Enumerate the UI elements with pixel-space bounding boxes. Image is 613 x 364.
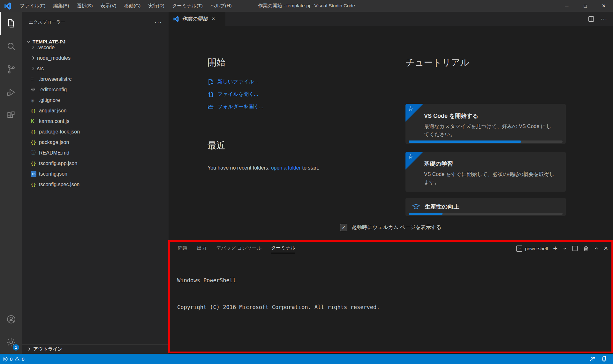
feedback-icon[interactable] bbox=[587, 354, 598, 364]
menu-help[interactable]: ヘルプ(H) bbox=[207, 0, 236, 12]
panel-tab-terminal[interactable]: ターミナル bbox=[271, 245, 295, 253]
tree-item-tsconfig[interactable]: TS tsconfig.json bbox=[22, 169, 169, 179]
tab-close-icon[interactable]: × bbox=[212, 16, 215, 22]
split-editor-icon[interactable] bbox=[588, 16, 594, 22]
close-panel-icon[interactable]: × bbox=[604, 244, 608, 253]
terminal-line: Copyright (C) 2016 Microsoft Corporation… bbox=[177, 303, 602, 312]
terminal-output[interactable]: Windows PowerShell Copyright (C) 2016 Mi… bbox=[177, 258, 602, 364]
menu-selection[interactable]: 選択(S) bbox=[73, 0, 97, 12]
outline-section-header[interactable]: アウトライン bbox=[22, 344, 169, 354]
run-debug-icon[interactable] bbox=[0, 81, 22, 104]
account-icon[interactable] bbox=[0, 308, 22, 331]
tree-item-package-json[interactable]: {} package.json bbox=[22, 137, 169, 148]
window-title: 作業の開始 - template-pj - Visual Studio Code bbox=[258, 0, 355, 12]
split-terminal-icon[interactable] bbox=[572, 246, 578, 251]
tree-item-editorconfig[interactable]: .editorconfig bbox=[22, 84, 169, 95]
open-file-link[interactable]: ファイルを開く... bbox=[208, 88, 342, 101]
tab-label: 作業の開始 bbox=[182, 16, 208, 22]
chevron-right-icon bbox=[27, 347, 33, 352]
notifications-bell-icon[interactable] bbox=[598, 354, 610, 364]
card-title: VS Code を開始する bbox=[424, 112, 556, 120]
tree-item-vscode[interactable]: .vscode bbox=[22, 42, 169, 53]
panel-tab-output[interactable]: 出力 bbox=[197, 245, 207, 253]
minimize-button[interactable]: ─ bbox=[557, 0, 576, 12]
tab-get-started[interactable]: 作業の開始 × bbox=[169, 12, 225, 26]
close-window-button[interactable]: × bbox=[594, 0, 613, 12]
search-icon[interactable] bbox=[0, 35, 22, 58]
menu-file[interactable]: ファイル(F) bbox=[16, 0, 49, 12]
json-braces-icon: {} bbox=[31, 108, 39, 113]
settings-gear-icon[interactable]: 1 bbox=[0, 331, 22, 354]
extensions-icon[interactable] bbox=[0, 104, 22, 127]
terminal-line: Windows PowerShell bbox=[177, 276, 602, 285]
new-terminal-icon[interactable]: + bbox=[553, 244, 557, 253]
typescript-file-icon: TS bbox=[31, 171, 39, 177]
shell-picker[interactable]: > powershell bbox=[516, 246, 548, 252]
walkthrough-card-learn-fundamentals[interactable]: ☆ 基礎の学習 VS Code をすぐに開始して、必須の機能の概要を取得します。 bbox=[405, 152, 566, 192]
settings-badge: 1 bbox=[13, 344, 19, 351]
walkthrough-card-get-started[interactable]: ☆ VS Code を開始する 最適なカスタマイズを見つけて、好みの VS Co… bbox=[405, 104, 566, 144]
tree-item-node-modules[interactable]: node_modules bbox=[22, 53, 169, 63]
tree-item-browserslistrc[interactable]: ≡ .browserslistrc bbox=[22, 74, 169, 84]
menu-edit[interactable]: 編集(E) bbox=[49, 0, 73, 12]
json-braces-icon: {} bbox=[31, 161, 39, 166]
tree-item-angular-json[interactable]: {} angular.json bbox=[22, 105, 169, 116]
menu-view[interactable]: 表示(V) bbox=[97, 0, 120, 12]
json-braces-icon: {} bbox=[31, 182, 39, 187]
tree-item-tsconfig-spec[interactable]: {} tsconfig.spec.json bbox=[22, 179, 169, 190]
open-folder-link[interactable]: フォルダーを開く... bbox=[208, 101, 342, 113]
tree-item-src[interactable]: src bbox=[22, 63, 169, 74]
menu-go[interactable]: 移動(G) bbox=[120, 0, 145, 12]
git-file-icon: ◈ bbox=[31, 97, 39, 103]
kill-terminal-trash-icon[interactable] bbox=[583, 246, 589, 251]
karma-icon: K bbox=[31, 118, 39, 124]
show-welcome-checkbox[interactable]: ✓ bbox=[340, 224, 347, 231]
shell-label: powershell bbox=[525, 246, 548, 251]
panel-tab-debug-console[interactable]: デバッグ コンソール bbox=[216, 245, 261, 253]
chevron-right-icon bbox=[31, 45, 37, 50]
chevron-right-icon bbox=[31, 56, 37, 60]
more-actions-icon[interactable]: ··· bbox=[601, 16, 607, 22]
list-file-icon: ≡ bbox=[31, 76, 39, 82]
vscode-logo-icon bbox=[173, 16, 179, 22]
more-actions-icon[interactable]: ··· bbox=[155, 19, 162, 26]
card-title: 生産性の向上 bbox=[425, 203, 459, 210]
tree-item-tsconfig-app[interactable]: {} tsconfig.app.json bbox=[22, 158, 169, 169]
start-heading: 開始 bbox=[208, 57, 342, 69]
open-file-icon bbox=[208, 91, 214, 97]
walkthrough-card-boost-productivity[interactable]: 生産性の向上 bbox=[405, 198, 566, 216]
maximize-button[interactable]: □ bbox=[576, 0, 594, 12]
graduation-cap-icon bbox=[412, 202, 420, 211]
bottom-panel: 問題 出力 デバッグ コンソール ターミナル > powershell + × … bbox=[168, 240, 613, 353]
tree-item-readme[interactable]: ⓘ README.md bbox=[22, 148, 169, 158]
editor-tab-bar: 作業の開始 × bbox=[169, 12, 613, 26]
tree-item-package-lock[interactable]: {} package-lock.json bbox=[22, 126, 169, 137]
open-folder-icon bbox=[208, 104, 214, 110]
progress-bar bbox=[409, 140, 563, 143]
terminal-dropdown-icon[interactable] bbox=[563, 246, 567, 251]
problems-status[interactable]: 0 0 bbox=[0, 354, 27, 364]
explorer-icon[interactable] bbox=[0, 12, 22, 35]
maximize-panel-icon[interactable] bbox=[594, 246, 599, 251]
card-description: 最適なカスタマイズを見つけて、好みの VS Code にしてください。 bbox=[424, 122, 556, 138]
menu-run[interactable]: 実行(R) bbox=[144, 0, 168, 12]
tree-item-karma-conf[interactable]: K karma.conf.js bbox=[22, 116, 169, 126]
status-bar: 0 0 bbox=[0, 354, 613, 364]
progress-bar bbox=[409, 213, 563, 215]
new-file-link[interactable]: 新しいファイル... bbox=[208, 76, 342, 88]
new-file-icon bbox=[208, 79, 214, 85]
vscode-logo-icon bbox=[4, 2, 11, 10]
panel-tab-problems[interactable]: 問題 bbox=[178, 245, 187, 253]
tutorials-heading: チュートリアル bbox=[405, 57, 566, 69]
warning-icon bbox=[14, 356, 20, 362]
terminal-icon: > bbox=[516, 246, 522, 252]
error-icon bbox=[3, 356, 8, 362]
activity-bar: 1 bbox=[0, 12, 22, 354]
recent-heading: 最近 bbox=[208, 140, 374, 152]
chevron-right-icon bbox=[31, 66, 37, 71]
title-bar: ファイル(F) 編集(E) 選択(S) 表示(V) 移動(G) 実行(R) ター… bbox=[0, 0, 613, 12]
menu-terminal[interactable]: ターミナル(T) bbox=[168, 0, 207, 12]
tree-item-gitignore[interactable]: ◈ .gitignore bbox=[22, 95, 169, 105]
open-a-folder-link[interactable]: open a folder bbox=[271, 165, 301, 171]
source-control-icon[interactable] bbox=[0, 58, 22, 81]
